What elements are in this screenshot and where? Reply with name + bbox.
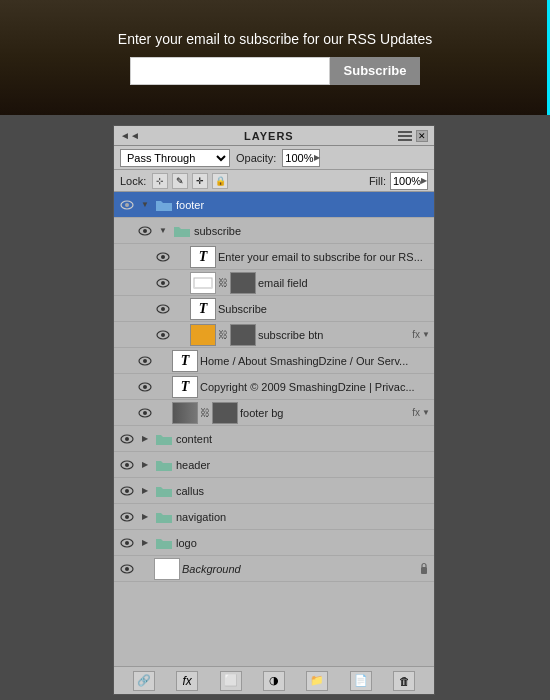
expand-arrow[interactable]: ▶ (138, 484, 152, 498)
blend-mode-select[interactable]: Pass Through (120, 149, 230, 167)
fill-value[interactable]: 100% ▶ (390, 172, 428, 190)
visibility-toggle[interactable] (118, 196, 136, 214)
svg-point-5 (161, 255, 165, 259)
fx-expand-arrow[interactable]: ▼ (422, 330, 430, 339)
visibility-toggle[interactable] (154, 326, 172, 344)
panel-menu-icon[interactable] (398, 130, 412, 142)
opacity-value[interactable]: 100% ▶ (282, 149, 320, 167)
svg-rect-8 (194, 278, 212, 288)
panel-collapse-arrows[interactable]: ◄◄ (120, 130, 140, 141)
opacity-arrow[interactable]: ▶ (314, 153, 320, 162)
fx-button[interactable]: fx (176, 671, 198, 691)
svg-point-29 (125, 541, 129, 545)
expand-arrow[interactable]: ▶ (138, 510, 152, 524)
layer-name: Enter your email to subscribe for our RS… (218, 251, 430, 263)
visibility-toggle[interactable] (118, 482, 136, 500)
folder-icon (154, 535, 174, 551)
folder-icon (154, 483, 174, 499)
layer-item[interactable]: T Enter your email to subscribe for our … (114, 244, 434, 270)
layer-item[interactable]: T Copyright © 2009 SmashingDzine | Priva… (114, 374, 434, 400)
folder-icon (154, 509, 174, 525)
svg-rect-32 (421, 567, 427, 574)
subscribe-button[interactable]: Subscribe (330, 57, 421, 85)
svg-point-25 (125, 489, 129, 493)
text-thumbnail: T (172, 376, 198, 398)
lock-all-icon[interactable]: 🔒 (212, 173, 228, 189)
layer-thumbnail-mask (230, 272, 256, 294)
svg-point-7 (161, 281, 165, 285)
lock-row: Lock: ⊹ ✎ ✛ 🔒 Fill: 100% ▶ (114, 170, 434, 192)
svg-point-15 (143, 359, 147, 363)
chain-icon: ⛓ (200, 402, 210, 424)
svg-point-3 (143, 229, 147, 233)
layer-name: Background (182, 563, 416, 575)
visibility-toggle[interactable] (136, 222, 154, 240)
fx-badge: fx (412, 329, 420, 340)
new-group-button[interactable]: 📁 (306, 671, 328, 691)
expand-arrow[interactable]: ▶ (138, 536, 152, 550)
expand-arrow[interactable]: ▶ (138, 458, 152, 472)
layer-item[interactable]: ⛓ footer bg fx ▼ (114, 400, 434, 426)
delete-layer-button[interactable]: 🗑 (393, 671, 415, 691)
layer-item[interactable]: ⛓ subscribe btn fx ▼ (114, 322, 434, 348)
expand-arrow[interactable]: ▼ (138, 198, 152, 212)
text-thumbnail: T (172, 350, 198, 372)
visibility-toggle[interactable] (118, 508, 136, 526)
layer-item[interactable]: ▶ content (114, 426, 434, 452)
visibility-toggle[interactable] (118, 560, 136, 578)
layer-thumbnail-main (190, 324, 216, 346)
lock-badge (418, 562, 430, 576)
layer-name: Home / About SmashingDzine / Our Serv... (200, 355, 430, 367)
layer-item[interactable]: T Subscribe (114, 296, 434, 322)
layer-name: email field (258, 277, 430, 289)
layer-item[interactable]: ▼ subscribe (114, 218, 434, 244)
lock-move-icon[interactable]: ✛ (192, 173, 208, 189)
panel-titlebar: ◄◄ LAYERS ✕ (114, 126, 434, 146)
visibility-toggle[interactable] (136, 404, 154, 422)
layer-item[interactable]: ▶ header (114, 452, 434, 478)
layer-item[interactable]: ▶ logo (114, 530, 434, 556)
fill-area: Fill: 100% ▶ (369, 172, 428, 190)
visibility-toggle[interactable] (118, 430, 136, 448)
lock-paint-icon[interactable]: ✎ (172, 173, 188, 189)
svg-point-27 (125, 515, 129, 519)
visibility-toggle[interactable] (154, 248, 172, 266)
svg-point-31 (125, 567, 129, 571)
svg-point-1 (125, 203, 129, 207)
visibility-toggle[interactable] (154, 274, 172, 292)
panel-close-button[interactable]: ✕ (416, 130, 428, 142)
layer-name: navigation (176, 511, 430, 523)
layer-item[interactable]: Background (114, 556, 434, 582)
visibility-toggle[interactable] (154, 300, 172, 318)
layer-item[interactable]: ▶ navigation (114, 504, 434, 530)
layer-name: content (176, 433, 430, 445)
expand-arrow[interactable]: ▶ (138, 432, 152, 446)
text-thumbnail: T (190, 298, 216, 320)
adjustment-button[interactable]: ◑ (263, 671, 285, 691)
layer-panel-toolbar: 🔗 fx ⬜ ◑ 📁 📄 🗑 (114, 666, 434, 694)
layer-name: Subscribe (218, 303, 430, 315)
folder-icon (172, 223, 192, 239)
layer-name: Copyright © 2009 SmashingDzine | Privac.… (200, 381, 430, 393)
svg-point-17 (143, 385, 147, 389)
layer-thumbnail-mask (212, 402, 238, 424)
layer-item[interactable]: ▶ callus (114, 478, 434, 504)
visibility-toggle[interactable] (136, 352, 154, 370)
visibility-toggle[interactable] (118, 456, 136, 474)
link-layers-button[interactable]: 🔗 (133, 671, 155, 691)
new-layer-button[interactable]: 📄 (350, 671, 372, 691)
email-input[interactable] (130, 57, 330, 85)
svg-point-23 (125, 463, 129, 467)
folder-icon (154, 197, 174, 213)
visibility-toggle[interactable] (136, 378, 154, 396)
fx-expand-arrow[interactable]: ▼ (422, 408, 430, 417)
layer-item[interactable]: T Home / About SmashingDzine / Our Serv.… (114, 348, 434, 374)
fill-arrow[interactable]: ▶ (421, 176, 427, 185)
layer-item[interactable]: ⛓ email field (114, 270, 434, 296)
chain-icon: ⛓ (218, 324, 228, 346)
add-mask-button[interactable]: ⬜ (220, 671, 242, 691)
lock-position-icon[interactable]: ⊹ (152, 173, 168, 189)
expand-arrow[interactable]: ▼ (156, 224, 170, 238)
layer-item[interactable]: ▼ footer (114, 192, 434, 218)
visibility-toggle[interactable] (118, 534, 136, 552)
